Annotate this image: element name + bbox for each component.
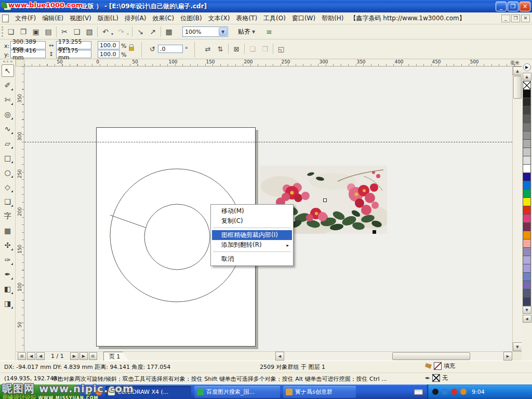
- keyboard-layout-icon[interactable]: [414, 389, 423, 395]
- scroll-left-button[interactable]: ◀: [275, 352, 284, 361]
- color-swatch[interactable]: [523, 214, 531, 223]
- eyedropper-tool[interactable]: ✑: [2, 254, 14, 266]
- object-height-input[interactable]: 91.175 mm: [56, 50, 91, 58]
- quick-launch-icon[interactable]: [85, 389, 91, 395]
- cut-button[interactable]: ✂: [58, 25, 71, 38]
- fill-tool[interactable]: ◧: [2, 283, 14, 295]
- tray-network-icon[interactable]: [442, 389, 448, 395]
- export-button[interactable]: ↗: [147, 25, 159, 38]
- tray-qq-icon[interactable]: [432, 389, 438, 395]
- color-swatch[interactable]: [523, 289, 531, 298]
- vertical-ruler[interactable]: 35030025020015010050: [16, 66, 24, 351]
- last-page-button[interactable]: ▶: [79, 352, 88, 360]
- selection-center-marker[interactable]: [323, 198, 327, 202]
- context-add-rollover[interactable]: 添加到翻转(R) ▸: [212, 240, 292, 250]
- next-page-button[interactable]: ▶: [70, 352, 78, 360]
- menu-edit[interactable]: 编辑(E): [39, 12, 66, 24]
- save-button[interactable]: ▣: [30, 25, 42, 38]
- toolbox-grip[interactable]: [3, 61, 12, 62]
- interactive-fill-tool[interactable]: ◨: [2, 297, 14, 310]
- color-swatch[interactable]: [523, 123, 531, 131]
- color-swatch[interactable]: [523, 197, 531, 206]
- chevron-down-icon[interactable]: ▼: [219, 28, 227, 36]
- menu-layout[interactable]: 版面(L): [95, 12, 122, 24]
- color-swatch[interactable]: [523, 222, 531, 231]
- new-button[interactable]: ❏: [5, 25, 17, 38]
- palette-flyout-button[interactable]: ▶: [523, 63, 531, 71]
- horizontal-scrollbar[interactable]: ◀ ▶: [275, 352, 512, 361]
- menu-file[interactable]: 文件(F): [12, 12, 39, 24]
- tray-security-icon[interactable]: [451, 389, 457, 395]
- color-swatch[interactable]: [523, 164, 531, 173]
- start-button[interactable]: [0, 384, 81, 399]
- y-position-input[interactable]: 198.416 mm: [10, 50, 46, 58]
- color-swatch[interactable]: [523, 264, 531, 273]
- color-swatch[interactable]: [523, 114, 531, 123]
- lock-ratio-icon[interactable]: [129, 47, 134, 51]
- document-close-button[interactable]: ✕: [521, 15, 530, 22]
- no-color-swatch[interactable]: [523, 81, 531, 90]
- color-swatch[interactable]: [523, 272, 531, 281]
- ruler-origin-corner[interactable]: [16, 59, 24, 66]
- color-swatch[interactable]: [523, 89, 531, 98]
- color-swatch[interactable]: [523, 231, 531, 240]
- vertical-scrollbar[interactable]: ▲ ▼: [512, 66, 522, 351]
- menu-arrange[interactable]: 排列(A): [122, 12, 150, 24]
- ellipse-tool[interactable]: ○: [2, 166, 14, 179]
- color-swatch[interactable]: [523, 247, 531, 256]
- redo-button[interactable]: ↷: [115, 25, 127, 38]
- palette-scroll-up-button[interactable]: ▲: [523, 73, 531, 81]
- basic-shapes-tool[interactable]: ❑: [2, 195, 14, 208]
- context-powerclip-inside[interactable]: 图框精确剪裁内部(I) ▸: [212, 230, 292, 240]
- color-swatch[interactable]: [523, 131, 531, 140]
- import-button[interactable]: ↘: [134, 25, 147, 38]
- menu-help[interactable]: 帮助(H): [318, 12, 347, 24]
- vertical-scroll-thumb[interactable]: [513, 76, 522, 99]
- copy-button[interactable]: ❑: [71, 25, 83, 38]
- close-button[interactable]: ✕: [520, 2, 530, 11]
- open-button[interactable]: ❐: [17, 25, 30, 38]
- drawing-canvas[interactable]: 移动(M) ▸ 复制(C) ▸ ▸ 图框精确剪裁内部(I) ▸ 添加到翻转(R)…: [24, 66, 512, 351]
- shape-tool[interactable]: ✐: [2, 79, 14, 91]
- context-copy[interactable]: 复制(C) ▸: [212, 216, 292, 226]
- selection-handle[interactable]: [373, 230, 376, 234]
- scroll-down-button[interactable]: ▼: [513, 342, 522, 351]
- combine-button[interactable]: ❏: [246, 43, 259, 55]
- color-swatch[interactable]: [523, 256, 531, 264]
- document-minimize-button[interactable]: _: [501, 15, 510, 22]
- color-swatch[interactable]: [523, 106, 531, 115]
- tray-download-icon[interactable]: [460, 389, 467, 395]
- text-tool[interactable]: 字: [2, 210, 14, 222]
- quick-launch-icon[interactable]: [96, 389, 102, 395]
- task-coreldraw[interactable]: CorelDRAW X4 (...: [105, 386, 191, 398]
- print-button[interactable]: ▤: [42, 25, 55, 38]
- menu-bitmaps[interactable]: 位图(B): [177, 12, 205, 24]
- options-button[interactable]: ≡: [263, 25, 275, 38]
- color-swatch[interactable]: [523, 239, 531, 248]
- clock[interactable]: 9:04: [472, 389, 485, 395]
- color-swatch[interactable]: [523, 206, 531, 215]
- polygon-tool[interactable]: ◇: [2, 181, 14, 193]
- clear-transform-button[interactable]: ⊠: [230, 43, 243, 55]
- color-swatch[interactable]: [523, 297, 531, 306]
- quick-customize-button[interactable]: ◱: [275, 43, 287, 55]
- task-baidu-image-search[interactable]: 百度图片搜索_国...: [194, 386, 280, 398]
- scroll-up-button[interactable]: ▲: [513, 66, 522, 75]
- smart-fill-tool[interactable]: ▱: [2, 137, 14, 150]
- horizontal-scroll-thumb[interactable]: [392, 352, 470, 360]
- crop-tool[interactable]: ✄: [2, 94, 14, 106]
- zoom-tool[interactable]: ◎: [2, 108, 14, 121]
- mirror-horizontal-button[interactable]: ⇄: [202, 43, 214, 55]
- outline-pen-tool[interactable]: ✒: [2, 268, 14, 281]
- pick-tool[interactable]: ↖: [2, 64, 14, 77]
- mirror-vertical-button[interactable]: ⇅: [214, 43, 227, 55]
- palette-scroll-down-button[interactable]: ▼: [523, 306, 531, 314]
- menu-barcode-plugin[interactable]: 【鑫字条码 http://www.1w3000.com】: [347, 12, 469, 24]
- app-launcher-button[interactable]: ▩: [163, 25, 175, 38]
- scale-h-input[interactable]: 100.0: [98, 41, 119, 49]
- table-tool[interactable]: ▦: [2, 224, 14, 237]
- menu-text[interactable]: 文本(X): [205, 12, 233, 24]
- toolbar-grip[interactable]: [2, 26, 3, 37]
- menu-effects[interactable]: 效果(C): [149, 12, 177, 24]
- menu-tools[interactable]: 工具(O): [260, 12, 289, 24]
